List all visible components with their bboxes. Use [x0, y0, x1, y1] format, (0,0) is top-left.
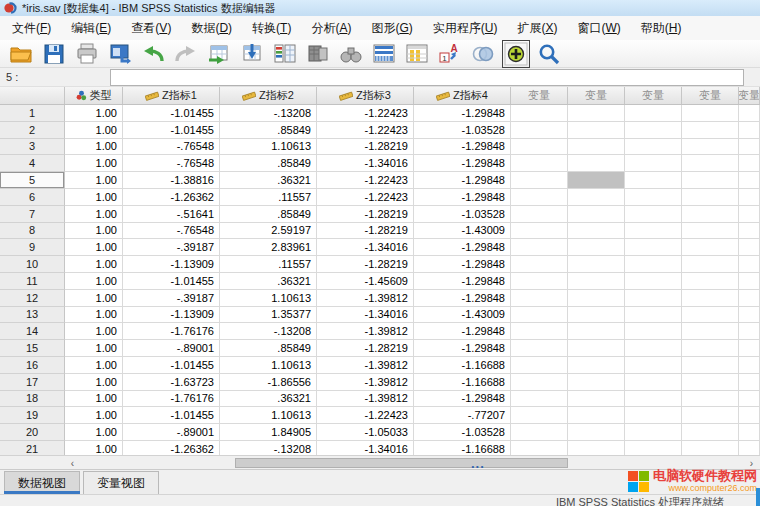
cell[interactable] [739, 357, 760, 374]
cell[interactable]: 1.00 [65, 239, 123, 256]
cell[interactable] [682, 441, 739, 455]
cell[interactable] [625, 105, 682, 122]
cell[interactable] [739, 441, 760, 455]
cell[interactable] [739, 122, 760, 139]
row-number[interactable]: 13 [0, 307, 65, 324]
tab-data-view[interactable]: 数据视图 [4, 471, 80, 494]
cell[interactable]: -1.03528 [414, 206, 511, 223]
tab-variable-view[interactable]: 变量视图 [83, 471, 159, 494]
cell[interactable]: -.76548 [123, 223, 220, 240]
cell[interactable]: -1.34016 [317, 155, 414, 172]
row-number[interactable]: 7 [0, 206, 65, 223]
cell[interactable]: -.13208 [220, 105, 317, 122]
cell[interactable] [568, 172, 625, 189]
cell[interactable]: -1.28219 [317, 256, 414, 273]
open-data-icon[interactable] [4, 41, 37, 67]
cell[interactable]: -1.34016 [317, 307, 414, 324]
cell[interactable]: -.39187 [123, 239, 220, 256]
column-header-var-3[interactable]: 变量 [625, 87, 682, 104]
cell[interactable]: -1.39812 [317, 290, 414, 307]
cell[interactable]: -.89001 [123, 340, 220, 357]
cell[interactable] [568, 223, 625, 240]
row-number[interactable]: 16 [0, 357, 65, 374]
cell[interactable] [568, 155, 625, 172]
cell[interactable]: -1.43009 [414, 223, 511, 240]
cell[interactable] [511, 340, 568, 357]
cell[interactable]: -1.29848 [414, 256, 511, 273]
cell[interactable] [739, 424, 760, 441]
cell[interactable]: -1.29848 [414, 273, 511, 290]
menu-item-f[interactable]: 文件(F) [2, 16, 61, 40]
cell[interactable]: -1.28219 [317, 206, 414, 223]
column-header-var-1[interactable]: 变量 [511, 87, 568, 104]
cell[interactable]: 1.00 [65, 391, 123, 408]
row-number[interactable]: 1 [0, 105, 65, 122]
cell[interactable]: 1.00 [65, 323, 123, 340]
row-number[interactable]: 20 [0, 424, 65, 441]
row-number[interactable]: 19 [0, 407, 65, 424]
cell[interactable] [739, 155, 760, 172]
cell[interactable]: .85849 [220, 340, 317, 357]
cell[interactable] [511, 307, 568, 324]
cell[interactable] [625, 357, 682, 374]
cell[interactable]: -1.26362 [123, 189, 220, 206]
cell[interactable]: -1.28219 [317, 139, 414, 156]
cell[interactable] [625, 407, 682, 424]
cell[interactable]: -1.29848 [414, 105, 511, 122]
cell[interactable]: 1.35377 [220, 307, 317, 324]
cell[interactable]: -1.01455 [123, 105, 220, 122]
cell[interactable] [682, 273, 739, 290]
menu-item-d[interactable]: 数据(D) [181, 16, 242, 40]
cell[interactable] [682, 307, 739, 324]
cell[interactable] [568, 391, 625, 408]
cell[interactable]: -.76548 [123, 155, 220, 172]
cell[interactable]: -1.13909 [123, 307, 220, 324]
cell[interactable] [625, 189, 682, 206]
cell[interactable] [625, 206, 682, 223]
cell[interactable] [739, 391, 760, 408]
cell[interactable] [739, 323, 760, 340]
cell[interactable]: 1.00 [65, 206, 123, 223]
cell[interactable] [739, 105, 760, 122]
cell[interactable]: -1.22423 [317, 172, 414, 189]
find-icon[interactable] [334, 41, 367, 67]
cell[interactable] [682, 391, 739, 408]
cell[interactable]: 1.00 [65, 424, 123, 441]
cell[interactable]: 1.00 [65, 172, 123, 189]
cell[interactable]: -1.76176 [123, 391, 220, 408]
cell[interactable] [625, 290, 682, 307]
column-header-类型[interactable]: 类型 [65, 87, 123, 104]
cell[interactable]: 1.00 [65, 374, 123, 391]
cell[interactable]: 1.84905 [220, 424, 317, 441]
cell[interactable]: 1.10613 [220, 407, 317, 424]
row-number[interactable]: 6 [0, 189, 65, 206]
cell[interactable] [511, 155, 568, 172]
cell[interactable]: -1.22423 [317, 189, 414, 206]
cell[interactable] [625, 239, 682, 256]
cell[interactable] [568, 139, 625, 156]
row-number[interactable]: 21 [0, 441, 65, 455]
cell[interactable]: 1.10613 [220, 139, 317, 156]
goto-case-icon[interactable] [202, 41, 235, 67]
cell[interactable] [625, 273, 682, 290]
column-header-var-2[interactable]: 变量 [568, 87, 625, 104]
select-cases-icon[interactable] [466, 41, 499, 67]
cell[interactable]: -1.34016 [317, 239, 414, 256]
cell[interactable]: .11557 [220, 256, 317, 273]
cell[interactable] [568, 290, 625, 307]
scrollbar-thumb[interactable] [235, 458, 568, 468]
cell[interactable] [568, 206, 625, 223]
column-header-Z指标3[interactable]: Z指标3 [317, 87, 414, 104]
cell[interactable]: -1.29848 [414, 139, 511, 156]
row-number[interactable]: 10 [0, 256, 65, 273]
cell[interactable] [511, 189, 568, 206]
cell[interactable] [511, 122, 568, 139]
row-number[interactable]: 3 [0, 139, 65, 156]
cell[interactable]: 1.00 [65, 223, 123, 240]
cell[interactable] [511, 357, 568, 374]
cell[interactable]: -1.05033 [317, 424, 414, 441]
menu-item-w[interactable]: 窗口(W) [567, 16, 630, 40]
cell[interactable] [511, 206, 568, 223]
cell[interactable] [739, 290, 760, 307]
cell[interactable] [511, 223, 568, 240]
